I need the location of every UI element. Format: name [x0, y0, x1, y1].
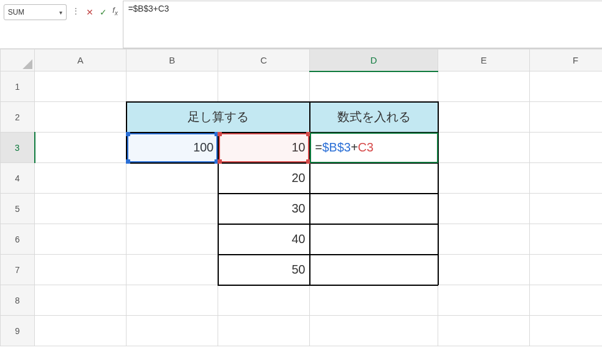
cell-a2[interactable] [35, 102, 127, 133]
cell-e1[interactable] [438, 71, 530, 102]
cell-b6[interactable] [127, 224, 218, 255]
cell-b3[interactable]: 100 [127, 133, 218, 163]
select-all-triangle-icon [23, 59, 32, 69]
cell-b9[interactable] [127, 316, 218, 346]
cell-c6-value: 40 [219, 225, 309, 254]
fx-icon[interactable]: fx [110, 5, 120, 16]
row-header-9[interactable]: 9 [1, 316, 35, 346]
cell-b2c2-merged[interactable]: 足し算する [127, 102, 310, 133]
cell-f4[interactable] [530, 163, 603, 194]
cell-a4[interactable] [35, 163, 127, 194]
cell-d4[interactable] [310, 163, 438, 194]
row-header-4[interactable]: 4 [1, 163, 35, 194]
cell-c7[interactable]: 50 [218, 255, 310, 285]
cell-d5[interactable] [310, 194, 438, 224]
cell-d3[interactable]: =$B$3+C3 [310, 133, 438, 163]
cell-e3[interactable] [438, 133, 530, 163]
cell-a6[interactable] [35, 224, 127, 255]
cell-a1[interactable] [35, 71, 127, 102]
cell-e8[interactable] [438, 285, 530, 316]
vertical-dots-icon: ⋮ [72, 6, 79, 16]
cell-f6[interactable] [530, 224, 603, 255]
row-header-1[interactable]: 1 [1, 71, 35, 102]
cell-c1[interactable] [218, 71, 310, 102]
cell-e6[interactable] [438, 224, 530, 255]
spreadsheet-grid[interactable]: A B C D E F 1 2 足し算する 数式を入れる 3 100 [0, 49, 602, 346]
cell-e5[interactable] [438, 194, 530, 224]
cell-b7[interactable] [127, 255, 218, 285]
name-box[interactable]: SUM ▾ [4, 4, 67, 21]
cell-a9[interactable] [35, 316, 127, 346]
formula-bar: SUM ▾ ⋮ ✕ ✓ fx =$B$3+C3 [0, 0, 602, 49]
cell-f3[interactable] [530, 133, 603, 163]
cell-b4[interactable] [127, 163, 218, 194]
cell-c4-value: 20 [219, 164, 309, 193]
formula-input[interactable]: =$B$3+C3 [123, 1, 602, 48]
cell-c5[interactable]: 30 [218, 194, 310, 224]
cell-b5[interactable] [127, 194, 218, 224]
row-header-2[interactable]: 2 [1, 102, 35, 133]
col-header-e[interactable]: E [438, 49, 530, 71]
cell-d8[interactable] [310, 285, 438, 316]
cell-c9[interactable] [218, 316, 310, 346]
row-header-8[interactable]: 8 [1, 285, 35, 316]
cell-c3-value: 10 [219, 133, 309, 162]
cell-d6[interactable] [310, 224, 438, 255]
cell-c5-value: 30 [219, 194, 309, 224]
cell-e9[interactable] [438, 316, 530, 346]
cell-f1[interactable] [530, 71, 603, 102]
cell-d3-formula: =$B$3+C3 [314, 140, 374, 155]
cell-d1[interactable] [310, 71, 438, 102]
cell-c4[interactable]: 20 [218, 163, 310, 194]
cell-c7-value: 50 [219, 255, 309, 285]
cell-a3[interactable] [35, 133, 127, 163]
col-header-b[interactable]: B [127, 49, 218, 71]
cell-d9[interactable] [310, 316, 438, 346]
cell-e2[interactable] [438, 102, 530, 133]
header-addition: 足し算する [127, 103, 309, 132]
cell-b8[interactable] [127, 285, 218, 316]
cell-a5[interactable] [35, 194, 127, 224]
cell-a7[interactable] [35, 255, 127, 285]
cell-f7[interactable] [530, 255, 603, 285]
header-formula: 数式を入れる [310, 103, 438, 132]
col-header-f[interactable]: F [530, 49, 603, 71]
cancel-button[interactable]: ✕ [83, 5, 97, 20]
cell-b1[interactable] [127, 71, 218, 102]
row-header-6[interactable]: 6 [1, 224, 35, 255]
row-header-7[interactable]: 7 [1, 255, 35, 285]
cell-c6[interactable]: 40 [218, 224, 310, 255]
cell-b3-value: 100 [127, 133, 218, 162]
cell-e7[interactable] [438, 255, 530, 285]
cell-f5[interactable] [530, 194, 603, 224]
select-all-corner[interactable] [1, 49, 35, 71]
col-header-a[interactable]: A [35, 49, 127, 71]
chevron-down-icon[interactable]: ▾ [56, 4, 67, 20]
cell-a8[interactable] [35, 285, 127, 316]
cell-f2[interactable] [530, 102, 603, 133]
col-header-d[interactable]: D [310, 49, 438, 71]
cell-c8[interactable] [218, 285, 310, 316]
row-header-3[interactable]: 3 [1, 133, 35, 163]
cell-d2[interactable]: 数式を入れる [310, 102, 438, 133]
col-header-c[interactable]: C [218, 49, 310, 71]
cell-d7[interactable] [310, 255, 438, 285]
cell-f9[interactable] [530, 316, 603, 346]
enter-button[interactable]: ✓ [97, 5, 110, 20]
name-box-value[interactable]: SUM [4, 4, 57, 20]
cell-e4[interactable] [438, 163, 530, 194]
cell-f8[interactable] [530, 285, 603, 316]
cell-c3[interactable]: 10 [218, 133, 310, 163]
row-header-5[interactable]: 5 [1, 194, 35, 224]
